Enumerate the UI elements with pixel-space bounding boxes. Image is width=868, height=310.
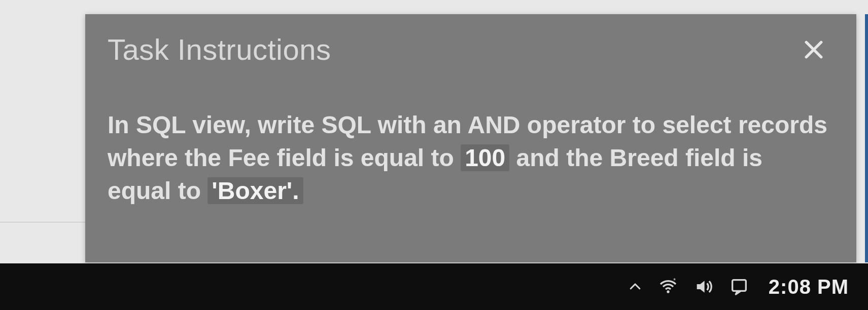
notification-icon [729,277,749,297]
svg-rect-4 [732,280,746,291]
panel-right-edge [865,14,868,262]
left-divider [0,222,85,222]
panel-title: Task Instructions [108,32,331,66]
wifi-icon: * [658,277,678,297]
task-instructions-panel: Task Instructions In SQL view, write SQL… [85,14,856,262]
network-tray-button[interactable]: * [658,277,678,297]
panel-body: In SQL view, write SQL with an AND opera… [108,109,828,207]
taskbar-clock[interactable]: 2:08 PM [769,276,849,298]
tray-overflow-button[interactable] [628,279,643,294]
svg-text:*: * [673,277,676,284]
close-button[interactable] [800,35,828,64]
body-value-breed: 'Boxer'. [207,177,303,204]
taskbar: * 2:08 PM [0,263,868,310]
action-center-button[interactable] [729,277,749,297]
close-icon [803,38,825,61]
chevron-up-icon [628,279,643,294]
system-tray: * [628,277,749,297]
svg-point-2 [667,290,669,293]
speaker-icon [693,277,714,297]
volume-tray-button[interactable] [693,277,714,297]
panel-header: Task Instructions [108,32,828,66]
body-value-fee: 100 [461,144,509,171]
